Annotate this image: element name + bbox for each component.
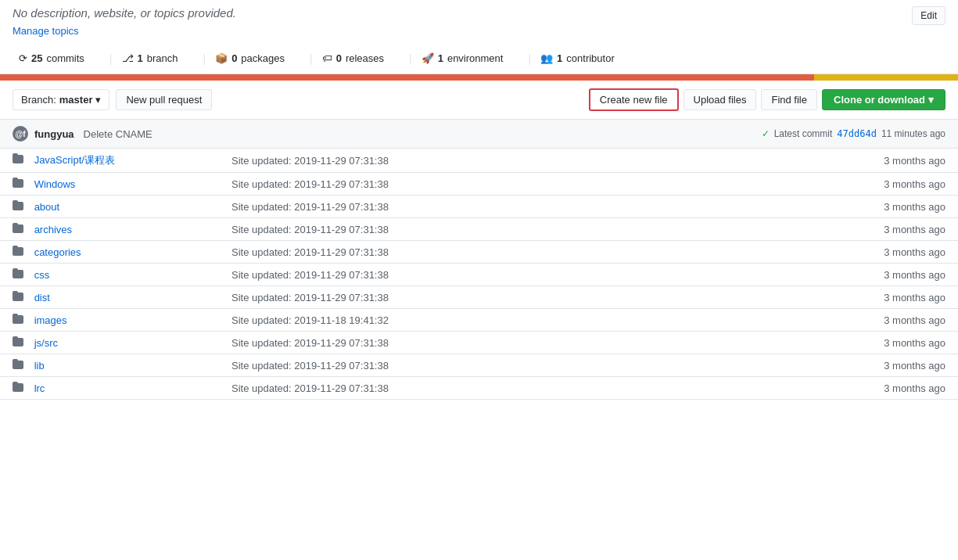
file-time: 3 months ago [719, 241, 958, 264]
table-row: categories Site updated: 2019-11-29 07:3… [0, 241, 958, 264]
folder-icon [13, 178, 25, 188]
branches-count: 1 [138, 52, 143, 64]
chevron-down-icon-clone: ▾ [928, 94, 934, 106]
packages-count: 0 [231, 52, 237, 64]
branches-label[interactable]: branch [147, 52, 178, 64]
lang-segment-red [0, 74, 814, 81]
avatar: @f [13, 126, 28, 142]
releases-count: 0 [336, 52, 342, 64]
table-row: js/src Site updated: 2019-11-29 07:31:38… [0, 332, 958, 354]
file-message: Site updated: 2019-11-29 07:31:38 [219, 332, 719, 354]
table-row: lib Site updated: 2019-11-29 07:31:38 3 … [0, 354, 958, 377]
file-message: Site updated: 2019-11-29 07:31:38 [219, 241, 719, 264]
actions-left: Branch: master ▾ New pull request [13, 89, 212, 110]
clone-or-download-button[interactable]: Clone or download ▾ [822, 89, 945, 110]
folder-icon [13, 336, 25, 346]
table-row: dist Site updated: 2019-11-29 07:31:38 3… [0, 286, 958, 309]
create-new-file-button[interactable]: Create new file [589, 88, 679, 111]
repo-info: No description, website, or topics provi… [13, 6, 912, 37]
file-time: 3 months ago [719, 332, 958, 354]
language-bar [0, 74, 958, 81]
branch-label: Branch: [21, 94, 56, 106]
packages-label[interactable]: packages [241, 52, 285, 64]
file-name[interactable]: dist [34, 292, 50, 303]
repo-header: No description, website, or topics provi… [0, 0, 958, 43]
edit-button[interactable]: Edit [912, 6, 945, 25]
file-name[interactable]: categories [34, 246, 81, 258]
branches-stat[interactable]: ⎇ 1 branch [116, 49, 185, 67]
file-name[interactable]: images [34, 314, 67, 326]
folder-icon [13, 291, 25, 301]
environments-stat[interactable]: 🚀 1 environment [415, 49, 510, 67]
folder-icon [13, 200, 25, 210]
folder-icon [13, 153, 25, 163]
file-message: Site updated: 2019-11-29 07:31:38 [219, 264, 719, 286]
branch-name: master [59, 94, 93, 106]
contributors-label[interactable]: contributor [566, 52, 614, 64]
file-time: 3 months ago [719, 264, 958, 286]
table-row: lrc Site updated: 2019-11-29 07:31:38 3 … [0, 377, 958, 400]
commits-count: 25 [31, 52, 42, 64]
contributors-icon: 👥 [540, 52, 553, 64]
file-name[interactable]: about [34, 201, 60, 213]
commits-label[interactable]: commits [46, 52, 84, 64]
file-message: Site updated: 2019-11-29 07:31:38 [219, 173, 719, 196]
packages-stat[interactable]: 📦 0 packages [209, 49, 291, 67]
branch-selector[interactable]: Branch: master ▾ [13, 89, 109, 110]
contributors-count: 1 [557, 52, 562, 64]
file-time: 3 months ago [719, 354, 958, 377]
commit-hash[interactable]: 47dd64d [837, 128, 877, 139]
file-name[interactable]: lrc [34, 382, 45, 394]
folder-icon [13, 223, 25, 233]
commit-time: 11 minutes ago [881, 128, 945, 139]
file-list: JavaScript/课程表 Site updated: 2019-11-29 … [0, 149, 958, 400]
file-message: Site updated: 2019-11-29 07:31:38 [219, 286, 719, 309]
table-row: about Site updated: 2019-11-29 07:31:38 … [0, 196, 958, 218]
file-message: Site updated: 2019-11-29 07:31:38 [219, 196, 719, 218]
branch-icon: ⎇ [122, 52, 134, 64]
upload-files-button[interactable]: Upload files [684, 89, 757, 110]
commit-info-left: @f fungyua Delete CNAME [13, 126, 152, 142]
check-icon: ✓ [762, 128, 770, 139]
file-name[interactable]: js/src [34, 337, 58, 349]
new-pull-request-button[interactable]: New pull request [116, 89, 212, 110]
environments-label[interactable]: environment [447, 52, 504, 64]
file-message: Site updated: 2019-11-29 07:31:38 [219, 218, 719, 241]
file-time: 3 months ago [719, 149, 958, 173]
repo-description: No description, website, or topics provi… [13, 6, 912, 20]
file-time: 3 months ago [719, 218, 958, 241]
environments-count: 1 [438, 52, 443, 64]
file-time: 3 months ago [719, 173, 958, 196]
file-message: Site updated: 2019-11-29 07:31:38 [219, 354, 719, 377]
contributors-stat[interactable]: 👥 1 contributor [534, 49, 621, 67]
folder-icon [13, 359, 25, 369]
table-row: Windows Site updated: 2019-11-29 07:31:3… [0, 173, 958, 196]
folder-icon [13, 382, 25, 392]
file-time: 3 months ago [719, 309, 958, 332]
file-time: 3 months ago [719, 196, 958, 218]
file-name[interactable]: lib [34, 360, 45, 372]
folder-icon [13, 268, 25, 278]
file-message: Site updated: 2019-11-29 07:31:38 [219, 377, 719, 400]
folder-icon [13, 314, 25, 324]
commits-stat[interactable]: ⟳ 25 commits [13, 49, 91, 67]
latest-commit-row: @f fungyua Delete CNAME ✓ Latest commit … [0, 120, 958, 149]
actions-bar: Branch: master ▾ New pull request Create… [0, 81, 958, 120]
releases-icon: 🏷 [322, 52, 332, 64]
commits-icon: ⟳ [19, 52, 27, 64]
releases-stat[interactable]: 🏷 0 releases [316, 49, 390, 67]
file-name[interactable]: css [34, 269, 50, 281]
commit-message: Delete CNAME [84, 128, 152, 140]
commit-author[interactable]: fungyua [34, 128, 74, 140]
manage-topics-link[interactable]: Manage topics [13, 25, 79, 37]
find-file-button[interactable]: Find file [761, 89, 817, 110]
actions-right: Create new file Upload files Find file C… [589, 88, 945, 111]
file-message: Site updated: 2019-11-29 07:31:38 [219, 149, 719, 173]
file-name[interactable]: Windows [34, 178, 76, 190]
file-name[interactable]: JavaScript/课程表 [34, 154, 115, 166]
file-message: Site updated: 2019-11-18 19:41:32 [219, 309, 719, 332]
stats-bar: ⟳ 25 commits | ⎇ 1 branch | 📦 0 packages… [0, 43, 958, 74]
file-name[interactable]: archives [34, 224, 72, 235]
releases-label[interactable]: releases [346, 52, 384, 64]
chevron-down-icon: ▾ [95, 94, 101, 106]
